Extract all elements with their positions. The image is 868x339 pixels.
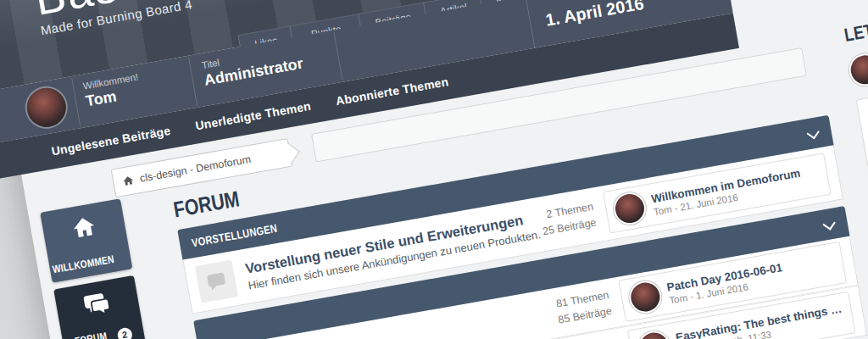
breadcrumb-label: cls-design - Demoforum [139,153,252,185]
nav-unerledigte-themen[interactable]: Unerledigte Themen [194,99,312,133]
dock-item-forum[interactable]: Forum2 [53,275,146,339]
last-post-text: Patch Day 2016-06-01 Tom - 1. Juni 2016 [665,261,785,306]
avatar [613,192,646,225]
forum-stats: 2 Themen 25 Beiträge [483,197,609,249]
chevron-down-icon[interactable] [807,126,820,139]
forum-unread-badge: 2 [116,326,133,339]
dock-item-label: Forum2 [62,324,145,339]
comments-icon [55,286,140,325]
home-icon [121,174,135,187]
category-title [207,327,209,339]
forum-page: Base Made for Burning Board 4 Likes 15 P… [0,0,868,339]
sidebar-latest-activities: LETZTE AKTIVITÄTEN [843,0,868,227]
avatar [637,331,670,339]
nav-abonnierte-themen[interactable]: Abonnierte Themen [335,75,450,108]
dock-item-willkommen[interactable]: Willkommen [40,198,132,282]
dock-menu: Willkommen Forum2 [40,198,160,339]
sidebar-heading: LETZTE AKTIVITÄTEN [843,0,868,47]
last-post-text: Willkommen im Demoforum Tom - 21. Juni 2… [650,166,804,217]
speech-bubble-icon [195,260,238,303]
dock-item-label: Willkommen [49,250,131,275]
sidebar-box [856,61,868,226]
chevron-down-icon[interactable] [822,217,835,230]
home-icon [42,208,125,246]
avatar [849,53,868,86]
avatar [629,281,662,314]
